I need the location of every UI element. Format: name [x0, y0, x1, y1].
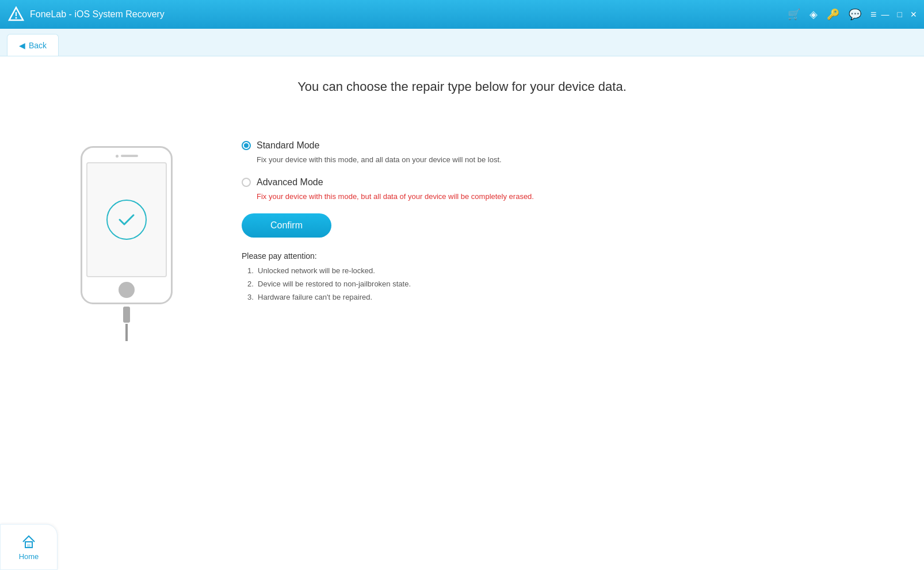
phone-check-circle — [106, 200, 147, 240]
phone-cable — [125, 324, 128, 341]
app-icon — [7, 5, 25, 24]
phone-body — [81, 146, 173, 304]
close-button[interactable]: ✕ — [910, 10, 917, 19]
back-label: Back — [29, 41, 47, 50]
menu-icon[interactable]: ≡ — [870, 9, 877, 21]
standard-mode-group: Standard Mode Fix your device with this … — [242, 140, 878, 166]
advanced-mode-group: Advanced Mode Fix your device with this … — [242, 177, 878, 202]
attention-title: Please pay attention: — [242, 251, 878, 261]
attention-section: Please pay attention: 1. Unlocked networ… — [242, 251, 878, 301]
advanced-mode-option[interactable]: Advanced Mode — [242, 177, 878, 188]
page-title: You can choose the repair type below for… — [0, 56, 924, 112]
home-label: Home — [19, 552, 39, 561]
wifi-icon[interactable]: ◈ — [810, 8, 818, 21]
app-title: FoneLab - iOS System Recovery — [30, 9, 788, 20]
home-icon — [21, 534, 37, 550]
back-button[interactable]: ◀ Back — [7, 34, 59, 56]
standard-mode-description: Fix your device with this mode, and all … — [257, 154, 878, 166]
phone-screen — [86, 162, 167, 277]
confirm-button[interactable]: Confirm — [242, 213, 331, 238]
phone-home-button — [119, 282, 135, 298]
attention-item-3: 3. Hardware failure can't be repaired. — [242, 293, 878, 301]
title-bar: FoneLab - iOS System Recovery 🛒 ◈ 🔑 💬 ≡ … — [0, 0, 924, 29]
chat-icon[interactable]: 💬 — [849, 8, 861, 21]
attention-item-2: 2. Device will be restored to non-jailbr… — [242, 280, 878, 288]
phone-speaker-grille — [121, 155, 138, 157]
minimize-button[interactable]: — — [881, 10, 889, 19]
standard-mode-label: Standard Mode — [257, 140, 319, 151]
phone-illustration — [46, 135, 207, 341]
svg-point-2 — [16, 17, 17, 19]
toolbar-icons: 🛒 ◈ 🔑 💬 ≡ — [788, 8, 877, 21]
svg-rect-4 — [27, 544, 30, 548]
cart-icon[interactable]: 🛒 — [788, 8, 800, 21]
key-icon[interactable]: 🔑 — [827, 8, 839, 21]
advanced-mode-warning: Fix your device with this mode, but all … — [257, 191, 878, 202]
main-content: Standard Mode Fix your device with this … — [0, 112, 924, 570]
phone-dot — [116, 155, 119, 158]
phone-connector — [123, 307, 130, 323]
content-wrapper: You can choose the repair type below for… — [0, 56, 924, 570]
window-controls: — □ ✕ — [881, 10, 917, 19]
advanced-mode-label: Advanced Mode — [257, 177, 323, 188]
phone-speaker — [116, 155, 138, 158]
advanced-mode-radio[interactable] — [242, 178, 251, 187]
standard-mode-radio[interactable] — [242, 141, 251, 150]
nav-bar: ◀ Back — [0, 29, 924, 56]
standard-mode-option[interactable]: Standard Mode — [242, 140, 878, 151]
attention-item-1: 1. Unlocked network will be re-locked. — [242, 266, 878, 275]
back-arrow-icon: ◀ — [19, 41, 25, 50]
home-button[interactable]: Home — [0, 524, 58, 570]
options-area: Standard Mode Fix your device with this … — [242, 135, 878, 306]
maximize-button[interactable]: □ — [898, 10, 902, 19]
